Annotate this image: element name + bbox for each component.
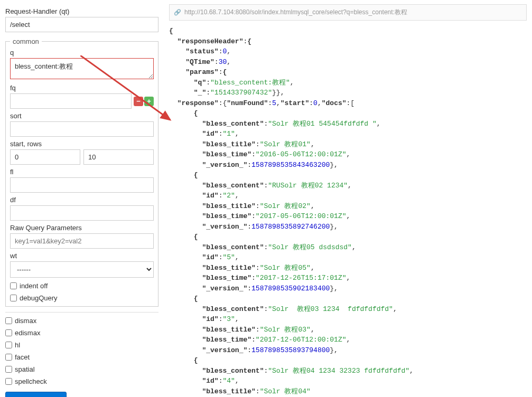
indent-checkbox[interactable]: [10, 282, 17, 289]
spellcheck-label: spellcheck: [15, 377, 47, 385]
dismax-label: dismax: [15, 317, 36, 325]
fl-label: fl: [10, 168, 154, 176]
execute-query-button[interactable]: Execute Query: [5, 392, 67, 397]
start-input[interactable]: [10, 149, 80, 165]
edismax-checkbox[interactable]: [5, 329, 12, 336]
indent-label: indent off: [20, 282, 48, 290]
common-fieldset: common q fq − + sort start, rows fl df R…: [5, 37, 158, 307]
divider: [5, 312, 158, 313]
spatial-label: spatial: [15, 365, 35, 373]
facet-checkbox[interactable]: [5, 354, 12, 361]
minus-icon[interactable]: −: [134, 97, 143, 106]
df-input[interactable]: [10, 205, 154, 221]
wt-label: wt: [10, 252, 154, 260]
wt-select[interactable]: ------: [10, 261, 154, 278]
results-panel: 🔗 http://10.68.7.104:8080/solr/index.htm…: [164, 0, 532, 397]
query-form: Request-Handler (qt) common q fq − + sor…: [0, 0, 164, 397]
q-label: q: [10, 49, 154, 56]
link-icon: 🔗: [174, 9, 181, 16]
facet-label: facet: [15, 353, 30, 361]
json-output: { "responseHeader":{ "status":0, "QTime"…: [169, 26, 527, 396]
spatial-checkbox[interactable]: [5, 366, 12, 373]
q-input[interactable]: [10, 58, 154, 79]
url-bar[interactable]: 🔗 http://10.68.7.104:8080/solr/index.htm…: [169, 4, 527, 21]
debug-label: debugQuery: [20, 294, 58, 302]
sort-label: sort: [10, 112, 154, 120]
hl-checkbox[interactable]: [5, 342, 12, 348]
raw-label: Raw Query Parameters: [10, 224, 154, 232]
rows-input[interactable]: [83, 149, 154, 165]
df-label: df: [10, 196, 154, 204]
spellcheck-checkbox[interactable]: [5, 378, 12, 385]
fq-input[interactable]: [10, 93, 132, 109]
url-text: http://10.68.7.104:8080/solr/index.htmlm…: [184, 8, 407, 17]
fq-label: fq: [10, 84, 154, 92]
common-legend: common: [10, 37, 42, 45]
start-rows-label: start, rows: [10, 140, 154, 148]
plus-icon[interactable]: +: [144, 97, 154, 106]
debug-checkbox[interactable]: [10, 295, 17, 301]
fl-input[interactable]: [10, 177, 154, 193]
qt-label: Request-Handler (qt): [5, 7, 158, 15]
sort-input[interactable]: [10, 121, 154, 137]
hl-label: hl: [15, 341, 20, 349]
edismax-label: edismax: [15, 329, 40, 337]
dismax-checkbox[interactable]: [5, 317, 12, 324]
raw-input[interactable]: [10, 233, 154, 249]
qt-input[interactable]: [5, 17, 158, 32]
